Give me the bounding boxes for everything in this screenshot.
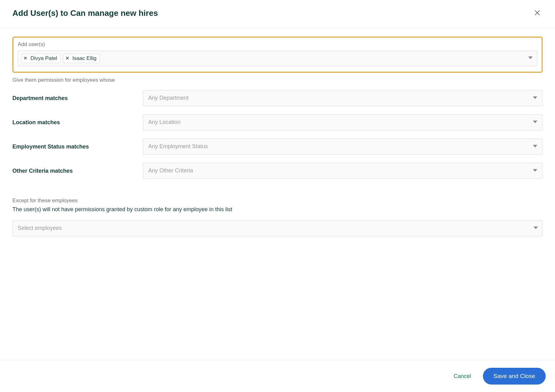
cancel-button[interactable]: Cancel bbox=[449, 370, 475, 383]
chevron-down-icon bbox=[533, 144, 537, 150]
close-icon bbox=[534, 12, 541, 17]
except-label: Except for these employees bbox=[12, 198, 543, 204]
chevron-down-icon bbox=[533, 119, 537, 126]
criteria-label: Department matches bbox=[12, 95, 143, 102]
save-and-close-button[interactable]: Save and Close bbox=[483, 368, 546, 385]
permission-intro: Give them permission for employees whose bbox=[12, 77, 543, 83]
criteria-row-employment-status: Employment Status matches Any Employment… bbox=[12, 139, 543, 155]
add-users-highlight: Add user(s) ✕ Divya Patel ✕ Isaac Ellig bbox=[12, 37, 543, 73]
user-chip: ✕ Isaac Ellig bbox=[63, 54, 100, 63]
close-button[interactable] bbox=[532, 7, 543, 19]
employment-status-select[interactable]: Any Employment Status bbox=[143, 139, 543, 155]
criteria-label: Employment Status matches bbox=[12, 144, 143, 150]
remove-chip-button[interactable]: ✕ bbox=[65, 56, 69, 61]
user-chip: ✕ Divya Patel bbox=[21, 54, 61, 63]
except-description: The user(s) will not have permissions gr… bbox=[12, 206, 543, 213]
chevron-down-icon bbox=[528, 56, 533, 61]
select-placeholder: Any Location bbox=[148, 119, 181, 125]
other-criteria-select[interactable]: Any Other Criteria bbox=[143, 163, 543, 179]
modal-footer: Cancel Save and Close bbox=[0, 360, 555, 392]
department-select[interactable]: Any Department bbox=[143, 90, 543, 106]
select-placeholder: Any Other Criteria bbox=[148, 167, 193, 174]
add-users-input[interactable]: ✕ Divya Patel ✕ Isaac Ellig bbox=[18, 51, 537, 66]
location-select[interactable]: Any Location bbox=[143, 114, 543, 130]
criteria-label: Other Criteria matches bbox=[12, 168, 143, 174]
select-placeholder: Any Department bbox=[148, 95, 189, 101]
criteria-row-other: Other Criteria matches Any Other Criteri… bbox=[12, 163, 543, 179]
select-placeholder: Select employees bbox=[18, 225, 62, 231]
criteria-row-location: Location matches Any Location bbox=[12, 114, 543, 130]
add-users-modal: Add User(s) to Can manage new hires Add … bbox=[0, 0, 555, 392]
add-users-label: Add user(s) bbox=[18, 41, 537, 48]
chevron-down-icon bbox=[533, 95, 537, 102]
modal-title: Add User(s) to Can manage new hires bbox=[12, 8, 158, 18]
modal-header: Add User(s) to Can manage new hires bbox=[0, 0, 555, 28]
except-employees-select[interactable]: Select employees bbox=[12, 220, 543, 236]
chip-label: Isaac Ellig bbox=[72, 55, 96, 62]
chevron-down-icon bbox=[534, 225, 538, 232]
remove-chip-button[interactable]: ✕ bbox=[23, 56, 27, 61]
except-section: Except for these employees The user(s) w… bbox=[12, 198, 543, 236]
chip-label: Divya Patel bbox=[30, 55, 57, 62]
modal-body: Add user(s) ✕ Divya Patel ✕ Isaac Ellig … bbox=[0, 28, 555, 360]
criteria-row-department: Department matches Any Department bbox=[12, 90, 543, 106]
chevron-down-icon bbox=[533, 168, 537, 174]
select-placeholder: Any Employment Status bbox=[148, 143, 208, 149]
criteria-label: Location matches bbox=[12, 119, 143, 126]
